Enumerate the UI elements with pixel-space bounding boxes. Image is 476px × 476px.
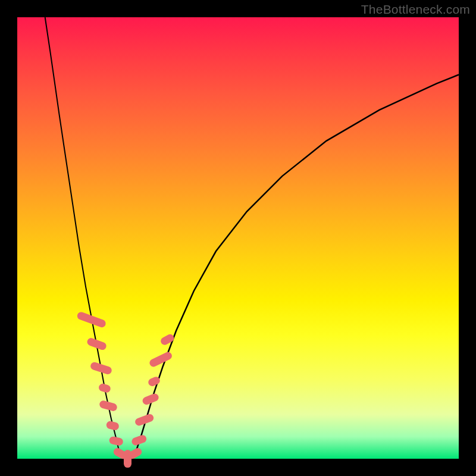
highlight-marker	[89, 361, 112, 375]
curve-right	[133, 75, 459, 459]
curve-left	[45, 17, 123, 459]
highlight-marker	[76, 311, 107, 328]
highlight-marker	[108, 436, 124, 447]
highlight-marker	[159, 333, 176, 346]
chart-svg	[17, 17, 459, 459]
highlight-marker	[148, 350, 173, 368]
highlight-marker	[99, 400, 118, 412]
highlight-marker	[86, 337, 108, 351]
curve-markers	[76, 311, 176, 468]
highlight-marker	[105, 421, 120, 431]
highlight-marker	[98, 383, 111, 393]
watermark-text: TheBottleneck.com	[361, 2, 470, 17]
chart-frame: TheBottleneck.com	[0, 0, 476, 476]
highlight-marker	[131, 434, 148, 446]
